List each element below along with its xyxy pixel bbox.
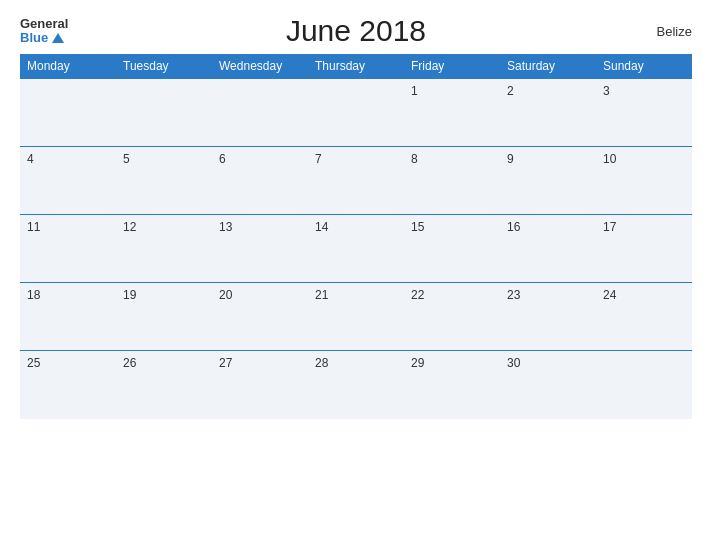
day-number: 6 <box>219 152 226 166</box>
calendar-day-cell: 13 <box>212 215 308 283</box>
calendar-day-cell <box>20 79 116 147</box>
calendar-day-cell <box>596 351 692 419</box>
weekday-header-monday: Monday <box>20 54 116 79</box>
day-number: 10 <box>603 152 616 166</box>
calendar-day-cell: 22 <box>404 283 500 351</box>
logo-triangle-icon <box>52 33 64 43</box>
calendar-week-row: 18192021222324 <box>20 283 692 351</box>
day-number: 11 <box>27 220 40 234</box>
day-number: 9 <box>507 152 514 166</box>
day-number: 28 <box>315 356 328 370</box>
day-number: 17 <box>603 220 616 234</box>
calendar-day-cell <box>212 79 308 147</box>
calendar-day-cell: 26 <box>116 351 212 419</box>
weekday-header-saturday: Saturday <box>500 54 596 79</box>
calendar-week-row: 11121314151617 <box>20 215 692 283</box>
day-number: 29 <box>411 356 424 370</box>
calendar-day-cell: 18 <box>20 283 116 351</box>
day-number: 1 <box>411 84 418 98</box>
day-number: 8 <box>411 152 418 166</box>
calendar-day-cell: 28 <box>308 351 404 419</box>
weekday-header-tuesday: Tuesday <box>116 54 212 79</box>
calendar-day-cell: 12 <box>116 215 212 283</box>
calendar-day-cell: 16 <box>500 215 596 283</box>
calendar-day-cell <box>116 79 212 147</box>
calendar-day-cell: 25 <box>20 351 116 419</box>
calendar-day-cell <box>308 79 404 147</box>
calendar-day-cell: 7 <box>308 147 404 215</box>
day-number: 20 <box>219 288 232 302</box>
day-number: 2 <box>507 84 514 98</box>
day-number: 18 <box>27 288 40 302</box>
calendar-day-cell: 20 <box>212 283 308 351</box>
calendar-day-cell: 14 <box>308 215 404 283</box>
calendar-header: General Blue June 2018 Belize <box>20 14 692 48</box>
calendar-title: June 2018 <box>286 14 426 48</box>
day-number: 16 <box>507 220 520 234</box>
day-number: 4 <box>27 152 34 166</box>
day-number: 26 <box>123 356 136 370</box>
country-label: Belize <box>657 24 692 39</box>
calendar-day-cell: 4 <box>20 147 116 215</box>
calendar-day-cell: 29 <box>404 351 500 419</box>
calendar-day-cell: 27 <box>212 351 308 419</box>
calendar-week-row: 45678910 <box>20 147 692 215</box>
day-number: 22 <box>411 288 424 302</box>
day-number: 24 <box>603 288 616 302</box>
weekday-header-friday: Friday <box>404 54 500 79</box>
calendar-day-cell: 23 <box>500 283 596 351</box>
day-number: 23 <box>507 288 520 302</box>
calendar-day-cell: 8 <box>404 147 500 215</box>
day-number: 30 <box>507 356 520 370</box>
calendar-day-cell: 24 <box>596 283 692 351</box>
calendar-day-cell: 1 <box>404 79 500 147</box>
calendar-day-cell: 9 <box>500 147 596 215</box>
calendar-day-cell: 21 <box>308 283 404 351</box>
weekday-header-thursday: Thursday <box>308 54 404 79</box>
logo: General Blue <box>20 17 68 46</box>
calendar-day-cell: 30 <box>500 351 596 419</box>
logo-general-text: General <box>20 17 68 31</box>
day-number: 12 <box>123 220 136 234</box>
day-number: 27 <box>219 356 232 370</box>
day-number: 3 <box>603 84 610 98</box>
day-number: 13 <box>219 220 232 234</box>
day-number: 15 <box>411 220 424 234</box>
calendar-table: MondayTuesdayWednesdayThursdayFridaySatu… <box>20 54 692 419</box>
day-number: 14 <box>315 220 328 234</box>
day-number: 25 <box>27 356 40 370</box>
calendar-week-row: 123 <box>20 79 692 147</box>
calendar-week-row: 252627282930 <box>20 351 692 419</box>
day-number: 21 <box>315 288 328 302</box>
logo-blue-text: Blue <box>20 31 64 45</box>
weekday-header-sunday: Sunday <box>596 54 692 79</box>
calendar-day-cell: 10 <box>596 147 692 215</box>
weekday-header-wednesday: Wednesday <box>212 54 308 79</box>
calendar-day-cell: 19 <box>116 283 212 351</box>
calendar-day-cell: 3 <box>596 79 692 147</box>
calendar-day-cell: 11 <box>20 215 116 283</box>
day-number: 5 <box>123 152 130 166</box>
calendar-day-cell: 17 <box>596 215 692 283</box>
day-number: 19 <box>123 288 136 302</box>
calendar-day-cell: 2 <box>500 79 596 147</box>
day-number: 7 <box>315 152 322 166</box>
calendar-day-cell: 15 <box>404 215 500 283</box>
calendar-day-cell: 6 <box>212 147 308 215</box>
weekday-header-row: MondayTuesdayWednesdayThursdayFridaySatu… <box>20 54 692 79</box>
calendar-day-cell: 5 <box>116 147 212 215</box>
